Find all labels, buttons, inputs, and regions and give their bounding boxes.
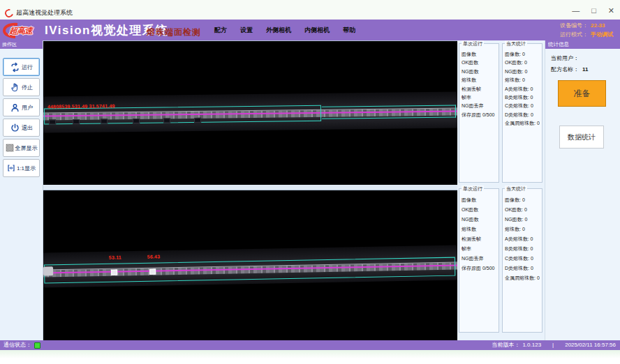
- stat-row: A类熔珠数: 0: [505, 85, 540, 93]
- stat-row: NG图数: 0: [505, 215, 540, 225]
- stat-row: 熔珠数: 0: [505, 76, 540, 84]
- menu-item-1[interactable]: 设置: [240, 26, 253, 35]
- stat-row: 检测丢帧: [462, 234, 496, 244]
- device-info: 设备编号：22-33 运行模式：手动调试: [560, 21, 613, 39]
- maximize-button[interactable]: □: [591, 6, 596, 15]
- today-stats-group: 当天统计图像数: 0OK图数: 0NG图数: 0熔珠数: 0A类熔珠数: 0B类…: [502, 43, 542, 183]
- sidebar-button-label: 1:1显示: [17, 165, 36, 172]
- group-title: 单次运行: [462, 40, 484, 47]
- sidebar-button-4[interactable]: 全屏显示: [3, 139, 40, 157]
- prepare-button[interactable]: 准备: [558, 80, 606, 107]
- data-statistics-button[interactable]: 数据统计: [559, 126, 604, 149]
- stat-row: 帧率: [462, 93, 496, 102]
- group-title: 当天统计: [505, 185, 527, 192]
- sidebar-button-1[interactable]: 停止: [3, 78, 40, 96]
- comm-status-label: 通信状态：: [3, 340, 31, 350]
- stat-row: D类熔珠数: 0: [505, 264, 540, 273]
- stat-row: B类熔珠数: 0: [505, 93, 540, 102]
- stat-row: 保存原图 0/500: [462, 264, 496, 273]
- stat-row: NG图数: 0: [505, 68, 540, 76]
- recipe-name-line: 配方名称：11: [551, 66, 620, 73]
- sidebar-button-5[interactable]: 1:1显示: [3, 159, 40, 177]
- datetime-value: 2025/02/11 16:57:56: [565, 340, 616, 350]
- brand-logo-text: 超高速: [9, 25, 32, 37]
- window-title-area: 超高速视觉处理系统: [5, 8, 73, 17]
- sidebar-button-2[interactable]: 用户: [3, 98, 40, 116]
- window-controls: — □ ✕: [572, 6, 614, 15]
- brand-logo: 超高速: [2, 20, 44, 40]
- stat-row: 熔珠数: [462, 76, 496, 84]
- statistics-area: 单次运行图像数OK图数NG图数熔珠数检测丢帧帧率NG图丢弃保存原图 0/500 …: [457, 40, 545, 340]
- stat-row: C类熔珠数: 0: [505, 102, 540, 110]
- camera-viewports: 44808539.531.49 31.5741.49 53.11 56.43: [43, 40, 457, 340]
- sidebar-button-label: 停止: [22, 84, 33, 91]
- stat-row: C类熔珠数: 0: [505, 254, 540, 264]
- defect-marker: [149, 268, 156, 274]
- sidebar-buttons: 运行停止用户退出全屏显示1:1显示: [0, 49, 43, 177]
- strip-scene: 53.11 56.43: [43, 190, 457, 340]
- stat-row: 熔珠数: [462, 225, 496, 234]
- stat-row: 图像数: 0: [505, 50, 540, 59]
- measurement-annotation: 44808539.531.49 31.5741.49: [47, 103, 115, 109]
- sidebar-button-label: 用户: [22, 104, 33, 112]
- run-cycle-icon: [10, 62, 20, 73]
- run-mode-label: 运行模式：: [560, 31, 588, 38]
- stats-panel-top: 单次运行图像数OK图数NG图数熔珠数检测丢帧帧率NG图丢弃保存原图 0/500 …: [457, 40, 545, 187]
- recipe-name-value: 11: [582, 66, 588, 73]
- run-mode-value: 手动调试: [591, 31, 613, 38]
- stat-row: OK图数: 0: [505, 59, 540, 67]
- stats-panel-bottom: 单次运行图像数OK图数NG图数熔珠数检测丢帧帧率NG图丢弃保存原图 0/500 …: [457, 187, 545, 340]
- stat-row: 金属屑熔珠数: 0: [505, 119, 540, 128]
- stat-row: NG图丢弃: [462, 102, 496, 110]
- measurement-annotation: 53.11: [109, 255, 121, 259]
- stat-row: B类熔珠数: 0: [505, 244, 540, 254]
- current-user-line: 当前用户：: [551, 54, 620, 62]
- outer-camera-viewport[interactable]: 44808539.531.49 31.5741.49: [43, 40, 457, 185]
- info-panel-title: 统计信息: [545, 40, 620, 49]
- sidebar-button-label: 退出: [22, 124, 33, 132]
- comm-status: 通信状态：: [3, 340, 40, 350]
- run-mode-line: 运行模式：手动调试: [560, 30, 613, 39]
- stat-row: OK图数: [462, 205, 496, 215]
- single-run-group: 单次运行图像数OK图数NG图数熔珠数检测丢帧帧率NG图丢弃保存原图 0/500: [459, 188, 499, 333]
- minimize-button[interactable]: —: [572, 6, 580, 15]
- device-number-line: 设备编号：22-33: [560, 21, 613, 30]
- window-title: 超高速视觉处理系统: [16, 8, 73, 17]
- menu-item-2[interactable]: 外侧相机: [266, 26, 291, 35]
- menu-item-0[interactable]: 配方: [214, 26, 227, 35]
- stat-row: NG图丢弃: [462, 254, 496, 264]
- recipe-name-label: 配方名称：: [551, 66, 579, 73]
- menu-item-3[interactable]: 内侧相机: [304, 26, 330, 35]
- detection-roi-box-tail: [322, 105, 456, 119]
- version-value: 1.0.123: [522, 340, 541, 350]
- sidebar-button-0[interactable]: 运行: [3, 58, 40, 76]
- bead-marker: [163, 118, 170, 123]
- strip-end-highlight: [43, 266, 53, 275]
- one-to-one-icon: [7, 164, 15, 172]
- sidebar-title: 操作区: [0, 40, 43, 49]
- close-button[interactable]: ✕: [608, 6, 614, 15]
- status-bar: 通信状态： 当前版本： 1.0.123 | 2025/02/11 16:57:5…: [0, 340, 620, 350]
- separator: |: [552, 340, 554, 350]
- bead-marker: [133, 119, 140, 123]
- stat-row: OK图数: 0: [505, 205, 540, 215]
- desktop-background: [0, 350, 620, 364]
- stat-row: 帧率: [462, 244, 496, 254]
- stat-row: 检测丢帧: [462, 85, 496, 93]
- measurement-annotation: 56.43: [147, 254, 161, 259]
- sidebar-button-label: 运行: [22, 63, 33, 71]
- today-stats-group: 当天统计图像数: 0OK图数: 0NG图数: 0熔珠数: 0A类熔珠数: 0B类…: [502, 188, 542, 333]
- stat-row: A类熔珠数: 0: [505, 234, 540, 244]
- stat-row: 图像数: [462, 50, 496, 59]
- menu-bar: 配方设置外侧相机内侧相机帮助: [214, 20, 355, 40]
- title-bar: 超高速视觉处理系统 — □ ✕: [0, 0, 620, 20]
- inner-camera-viewport[interactable]: 53.11 56.43: [43, 190, 457, 340]
- strip-scene: 44808539.531.49 31.5741.49: [43, 40, 457, 185]
- sidebar-button-3[interactable]: 退出: [3, 119, 40, 137]
- info-panel: 统计信息 当前用户： 配方名称：11 准备 数据统计: [545, 40, 620, 340]
- menu-item-4[interactable]: 帮助: [343, 26, 355, 35]
- stat-row: 图像数: [462, 195, 496, 205]
- stat-row: 熔珠数: 0: [505, 225, 540, 234]
- operation-sidebar: 操作区 运行停止用户退出全屏显示1:1显示: [0, 40, 43, 340]
- single-run-group: 单次运行图像数OK图数NG图数熔珠数检测丢帧帧率NG图丢弃保存原图 0/500: [459, 43, 499, 183]
